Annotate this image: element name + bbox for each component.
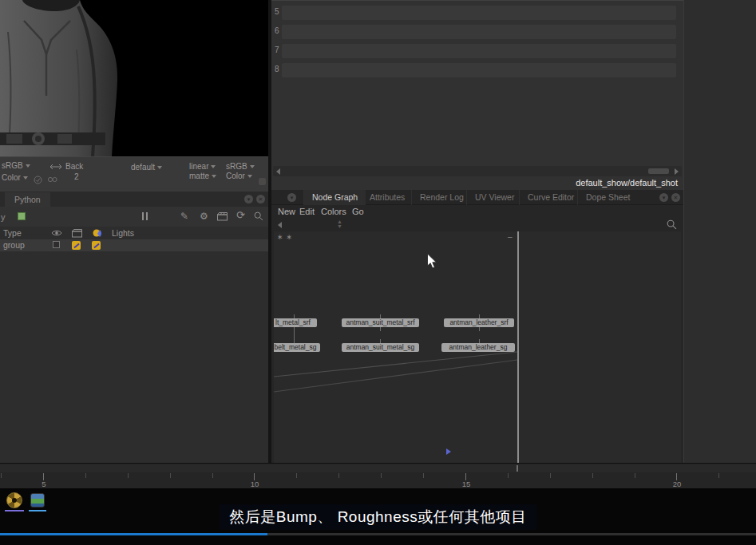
chevron-down-icon: [250, 165, 255, 168]
frame-number: 2: [74, 172, 79, 181]
tab-list-icon[interactable]: [287, 193, 296, 202]
node-srf[interactable]: lt_metal_srf: [274, 318, 317, 327]
tab-python[interactable]: Python: [5, 192, 50, 207]
nodegraph-panel: Node Graph Attributes Render Log UV View…: [271, 190, 683, 463]
row-type-label: group: [3, 240, 25, 250]
list-row[interactable]: [282, 25, 676, 39]
compare-arrows-icon[interactable]: [50, 163, 61, 172]
video-progress-bar[interactable]: [0, 533, 756, 535]
refresh-icon[interactable]: ⟳: [236, 211, 245, 220]
panel-close-icon[interactable]: [671, 193, 680, 202]
working-space-dropdown[interactable]: linear: [189, 162, 216, 171]
application-window: sRGB Color Back 2 default linear sRGB ma…: [0, 0, 756, 545]
chevron-down-icon: [23, 176, 28, 180]
nodegraph-tabbar: Node Graph Attributes Render Log UV View…: [271, 190, 683, 205]
timeline-range-strip[interactable]: [0, 464, 756, 472]
node-srf[interactable]: antman_suit_metal_srf: [342, 318, 419, 327]
panel-close-icon[interactable]: [256, 195, 265, 203]
scrollbar-thumb[interactable]: [648, 168, 669, 174]
search-icon[interactable]: [667, 219, 677, 230]
prefix-char: y: [1, 212, 6, 222]
view-name-dropdown[interactable]: default: [131, 163, 162, 172]
lights-column-header: Lights: [112, 228, 134, 238]
visibility-eye-icon: [51, 229, 62, 239]
tab-render-log[interactable]: Render Log: [411, 190, 472, 205]
node-srf[interactable]: antman_leather_srf: [444, 318, 514, 327]
viewer-control-bar: sRGB Color Back 2 default linear sRGB ma…: [0, 156, 268, 192]
tab-attributes[interactable]: Attributes: [361, 190, 413, 205]
viewer-lut-dropdown[interactable]: sRGB: [2, 161, 30, 170]
render-toggle-icon[interactable]: [72, 241, 81, 250]
spinner-icon[interactable]: ▲▼: [337, 219, 342, 229]
render-clapper-icon[interactable]: [217, 212, 228, 223]
frame-label: 15: [462, 480, 471, 488]
scenegraph-toolbar: y ✎ ⚙ ⟳: [0, 207, 268, 227]
tab-uv-viewer[interactable]: UV Viewer: [466, 190, 522, 205]
node-sg[interactable]: antman_leather_sg: [441, 343, 515, 352]
edit-pencil-icon[interactable]: ✎: [180, 211, 188, 221]
link-icon[interactable]: [47, 176, 58, 185]
list-row[interactable]: [282, 6, 676, 20]
tab-dope-sheet[interactable]: Dope Sheet: [577, 190, 638, 205]
port-stub: [479, 339, 480, 343]
frame-label: 10: [251, 480, 259, 488]
pause-icon[interactable]: [141, 212, 148, 222]
port-stub: [380, 327, 381, 331]
viewer-channel-dropdown[interactable]: Color: [2, 173, 28, 182]
shot-indicator: default_show/default_shot: [576, 178, 678, 188]
display-channel-dropdown[interactable]: Color: [226, 172, 252, 180]
visibility-checkbox[interactable]: [53, 241, 60, 248]
timeline-ruler[interactable]: 5 10 15 20: [0, 463, 756, 488]
port-stub: [380, 314, 381, 318]
render-clapper-icon: [72, 229, 82, 239]
scenegraph-row-group[interactable]: group: [0, 239, 268, 251]
python-tab-bar: Python: [0, 192, 268, 207]
connector-wire: [294, 327, 295, 343]
nodegraph-navbar: ▲▼: [271, 218, 683, 231]
chevron-down-icon: [157, 166, 162, 169]
checkmark-circle-icon[interactable]: [34, 176, 42, 186]
nodegraph-canvas[interactable]: ∗∗ – lt_metal_srf antman_suit_metal_srf …: [274, 231, 681, 463]
port-stub: [294, 314, 295, 318]
list-row[interactable]: [282, 44, 676, 58]
type-column-header: Type: [3, 228, 22, 238]
menu-go[interactable]: Go: [352, 205, 364, 218]
port-stub: [380, 339, 381, 343]
port-stub: [479, 314, 480, 318]
scroll-left-icon[interactable]: [276, 168, 280, 175]
lights-icon: [92, 228, 102, 240]
lights-toggle-icon[interactable]: [92, 241, 101, 250]
node-sg[interactable]: belt_metal_sg: [274, 343, 320, 352]
search-icon[interactable]: [254, 211, 263, 221]
back-arrow-icon[interactable]: [278, 222, 282, 228]
node-sg[interactable]: antman_suit_metal_sg: [342, 343, 419, 352]
gear-icon[interactable]: ⚙: [200, 211, 208, 221]
frame-label: 5: [42, 480, 46, 488]
scenegraph-panel: Type Lights group: [0, 227, 268, 463]
port-stub: [479, 327, 480, 331]
menu-edit[interactable]: Edit: [299, 205, 315, 218]
bottom-bar: 然后是Bump、 Roughness或任何其他项目: [0, 488, 756, 545]
panel-menu-icon[interactable]: [244, 195, 253, 203]
chevron-down-icon: [26, 164, 30, 168]
tab-curve-editor[interactable]: Curve Editor: [519, 190, 582, 205]
chevron-down-icon: [212, 175, 216, 178]
current-frame-tick: [517, 465, 518, 472]
compare-mode-label[interactable]: Back: [65, 162, 83, 171]
horizontal-scrollbar[interactable]: [273, 166, 682, 176]
chevron-down-icon: [211, 165, 216, 168]
scenegraph-header: Type Lights: [0, 227, 268, 239]
scroll-right-icon[interactable]: [675, 168, 679, 175]
list-row[interactable]: [282, 63, 676, 77]
subtitle-container: 然后是Bump、 Roughness或任何其他项目: [0, 504, 756, 530]
parameter-list-panel: 5 6 7 8 default_show/default_shot: [271, 0, 683, 190]
menu-colors[interactable]: Colors: [321, 205, 346, 218]
menu-new[interactable]: New: [278, 205, 295, 218]
tab-node-graph[interactable]: Node Graph: [303, 190, 366, 205]
panel-menu-icon[interactable]: [659, 193, 668, 202]
display-lut-dropdown[interactable]: sRGB: [226, 162, 255, 171]
matte-space-dropdown[interactable]: matte: [189, 172, 216, 180]
mouse-cursor: [426, 253, 438, 270]
lock-icon[interactable]: [259, 178, 266, 185]
3d-viewport[interactable]: [0, 0, 268, 156]
